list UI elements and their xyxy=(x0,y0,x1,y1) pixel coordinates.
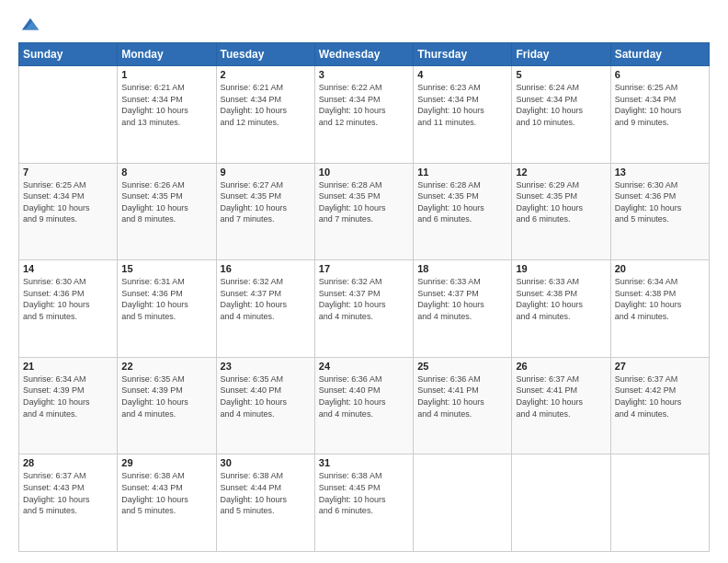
day-info: Sunrise: 6:25 AMSunset: 4:34 PMDaylight:… xyxy=(615,82,705,128)
calendar-week-row: 1Sunrise: 6:21 AMSunset: 4:34 PMDaylight… xyxy=(19,66,710,164)
day-number: 11 xyxy=(417,167,507,178)
day-number: 10 xyxy=(319,167,409,178)
table-row: 25Sunrise: 6:36 AMSunset: 4:41 PMDayligh… xyxy=(414,357,512,454)
day-number: 14 xyxy=(23,263,113,274)
day-number: 28 xyxy=(23,457,113,468)
header xyxy=(18,15,710,35)
table-row: 27Sunrise: 6:37 AMSunset: 4:42 PMDayligh… xyxy=(610,357,709,454)
day-number: 5 xyxy=(516,69,606,80)
day-info: Sunrise: 6:36 AMSunset: 4:41 PMDaylight:… xyxy=(417,373,507,419)
day-number: 31 xyxy=(319,457,409,468)
table-row: 29Sunrise: 6:38 AMSunset: 4:43 PMDayligh… xyxy=(118,454,216,552)
day-info: Sunrise: 6:21 AMSunset: 4:34 PMDaylight:… xyxy=(121,82,211,128)
table-row: 26Sunrise: 6:37 AMSunset: 4:41 PMDayligh… xyxy=(512,357,610,454)
calendar-table: Sunday Monday Tuesday Wednesday Thursday… xyxy=(18,42,710,552)
day-info: Sunrise: 6:27 AMSunset: 4:35 PMDaylight:… xyxy=(221,179,311,225)
day-number: 16 xyxy=(221,263,311,274)
table-row: 28Sunrise: 6:37 AMSunset: 4:43 PMDayligh… xyxy=(19,454,118,552)
logo-icon xyxy=(20,15,40,35)
table-row: 24Sunrise: 6:36 AMSunset: 4:40 PMDayligh… xyxy=(314,357,413,454)
table-row: 9Sunrise: 6:27 AMSunset: 4:35 PMDaylight… xyxy=(216,163,314,260)
day-number: 24 xyxy=(319,361,409,372)
table-row: 2Sunrise: 6:21 AMSunset: 4:34 PMDaylight… xyxy=(216,66,314,164)
day-number: 8 xyxy=(121,167,211,178)
day-number: 15 xyxy=(121,263,211,274)
col-monday: Monday xyxy=(118,43,216,66)
table-row: 18Sunrise: 6:33 AMSunset: 4:37 PMDayligh… xyxy=(414,260,512,358)
day-info: Sunrise: 6:21 AMSunset: 4:34 PMDaylight:… xyxy=(221,82,311,128)
day-number: 3 xyxy=(319,69,409,80)
table-row: 7Sunrise: 6:25 AMSunset: 4:34 PMDaylight… xyxy=(19,163,118,260)
day-info: Sunrise: 6:28 AMSunset: 4:35 PMDaylight:… xyxy=(417,179,507,225)
day-info: Sunrise: 6:33 AMSunset: 4:37 PMDaylight:… xyxy=(417,276,507,322)
day-number: 6 xyxy=(615,69,705,80)
day-info: Sunrise: 6:38 AMSunset: 4:44 PMDaylight:… xyxy=(221,470,311,516)
day-number: 7 xyxy=(23,167,113,178)
day-number: 4 xyxy=(417,69,507,80)
table-row: 30Sunrise: 6:38 AMSunset: 4:44 PMDayligh… xyxy=(216,454,314,552)
day-number: 29 xyxy=(121,457,211,468)
day-number: 2 xyxy=(221,69,311,80)
table-row: 8Sunrise: 6:26 AMSunset: 4:35 PMDaylight… xyxy=(118,163,216,260)
table-row: 21Sunrise: 6:34 AMSunset: 4:39 PMDayligh… xyxy=(19,357,118,454)
day-info: Sunrise: 6:33 AMSunset: 4:38 PMDaylight:… xyxy=(516,276,606,322)
day-info: Sunrise: 6:31 AMSunset: 4:36 PMDaylight:… xyxy=(121,276,211,322)
table-row xyxy=(610,454,709,552)
day-info: Sunrise: 6:29 AMSunset: 4:35 PMDaylight:… xyxy=(516,179,606,225)
day-info: Sunrise: 6:35 AMSunset: 4:39 PMDaylight:… xyxy=(121,373,211,419)
day-info: Sunrise: 6:38 AMSunset: 4:43 PMDaylight:… xyxy=(121,470,211,516)
table-row: 15Sunrise: 6:31 AMSunset: 4:36 PMDayligh… xyxy=(118,260,216,358)
header-row: Sunday Monday Tuesday Wednesday Thursday… xyxy=(19,43,710,66)
day-number: 9 xyxy=(221,167,311,178)
table-row: 4Sunrise: 6:23 AMSunset: 4:34 PMDaylight… xyxy=(414,66,512,164)
day-number: 26 xyxy=(516,361,606,372)
table-row xyxy=(512,454,610,552)
col-saturday: Saturday xyxy=(610,43,709,66)
calendar-page: Sunday Monday Tuesday Wednesday Thursday… xyxy=(0,0,728,563)
day-info: Sunrise: 6:34 AMSunset: 4:39 PMDaylight:… xyxy=(23,373,113,419)
table-row: 14Sunrise: 6:30 AMSunset: 4:36 PMDayligh… xyxy=(19,260,118,358)
day-number: 12 xyxy=(516,167,606,178)
table-row: 5Sunrise: 6:24 AMSunset: 4:34 PMDaylight… xyxy=(512,66,610,164)
col-wednesday: Wednesday xyxy=(314,43,413,66)
table-row: 20Sunrise: 6:34 AMSunset: 4:38 PMDayligh… xyxy=(610,260,709,358)
day-number: 18 xyxy=(417,263,507,274)
table-row xyxy=(414,454,512,552)
day-number: 13 xyxy=(615,167,705,178)
day-info: Sunrise: 6:38 AMSunset: 4:45 PMDaylight:… xyxy=(319,470,409,516)
day-info: Sunrise: 6:37 AMSunset: 4:42 PMDaylight:… xyxy=(615,373,705,419)
col-friday: Friday xyxy=(512,43,610,66)
table-row xyxy=(19,66,118,164)
day-info: Sunrise: 6:26 AMSunset: 4:35 PMDaylight:… xyxy=(121,179,211,225)
day-number: 22 xyxy=(121,361,211,372)
day-info: Sunrise: 6:22 AMSunset: 4:34 PMDaylight:… xyxy=(319,82,409,128)
table-row: 16Sunrise: 6:32 AMSunset: 4:37 PMDayligh… xyxy=(216,260,314,358)
table-row: 23Sunrise: 6:35 AMSunset: 4:40 PMDayligh… xyxy=(216,357,314,454)
col-sunday: Sunday xyxy=(19,43,118,66)
day-info: Sunrise: 6:25 AMSunset: 4:34 PMDaylight:… xyxy=(23,179,113,225)
day-info: Sunrise: 6:32 AMSunset: 4:37 PMDaylight:… xyxy=(319,276,409,322)
day-info: Sunrise: 6:37 AMSunset: 4:43 PMDaylight:… xyxy=(23,470,113,516)
calendar-week-row: 7Sunrise: 6:25 AMSunset: 4:34 PMDaylight… xyxy=(19,163,710,260)
day-number: 25 xyxy=(417,361,507,372)
day-number: 23 xyxy=(221,361,311,372)
day-number: 20 xyxy=(615,263,705,274)
calendar-week-row: 14Sunrise: 6:30 AMSunset: 4:36 PMDayligh… xyxy=(19,260,710,358)
table-row: 17Sunrise: 6:32 AMSunset: 4:37 PMDayligh… xyxy=(314,260,413,358)
logo xyxy=(18,15,42,35)
table-row: 31Sunrise: 6:38 AMSunset: 4:45 PMDayligh… xyxy=(314,454,413,552)
day-number: 30 xyxy=(221,457,311,468)
table-row: 11Sunrise: 6:28 AMSunset: 4:35 PMDayligh… xyxy=(414,163,512,260)
day-number: 1 xyxy=(121,69,211,80)
table-row: 22Sunrise: 6:35 AMSunset: 4:39 PMDayligh… xyxy=(118,357,216,454)
calendar-week-row: 21Sunrise: 6:34 AMSunset: 4:39 PMDayligh… xyxy=(19,357,710,454)
day-number: 21 xyxy=(23,361,113,372)
table-row: 1Sunrise: 6:21 AMSunset: 4:34 PMDaylight… xyxy=(118,66,216,164)
day-info: Sunrise: 6:30 AMSunset: 4:36 PMDaylight:… xyxy=(23,276,113,322)
col-tuesday: Tuesday xyxy=(216,43,314,66)
day-info: Sunrise: 6:23 AMSunset: 4:34 PMDaylight:… xyxy=(417,82,507,128)
day-info: Sunrise: 6:37 AMSunset: 4:41 PMDaylight:… xyxy=(516,373,606,419)
day-number: 17 xyxy=(319,263,409,274)
day-info: Sunrise: 6:24 AMSunset: 4:34 PMDaylight:… xyxy=(516,82,606,128)
table-row: 12Sunrise: 6:29 AMSunset: 4:35 PMDayligh… xyxy=(512,163,610,260)
